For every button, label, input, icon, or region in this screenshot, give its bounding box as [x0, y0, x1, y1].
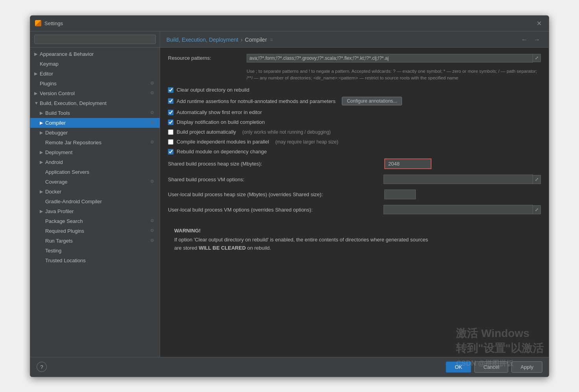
breadcrumb-parent[interactable]: Build, Execution, Deployment [166, 37, 238, 43]
sidebar-item-run-targets[interactable]: Run Targets⚙ [30, 236, 160, 246]
apply-button[interactable]: Apply [511, 361, 542, 373]
dialog-body: ▶Appearance & BehaviorKeymap▶EditorPlugi… [30, 31, 549, 357]
sidebar-item-plugins[interactable]: Plugins⚙ [30, 79, 160, 88]
debugger-arrow-icon: ▶ [40, 130, 45, 135]
sidebar-item-keymap[interactable]: Keymap [30, 59, 160, 69]
required-plugins-gear-icon: ⚙ [150, 228, 156, 234]
warning-body: If option 'Clear output directory on reb… [174, 236, 535, 252]
resource-patterns-expand-button[interactable]: ⤢ [533, 54, 541, 62]
sidebar-item-version-control[interactable]: ▶Version Control⚙ [30, 88, 160, 98]
checkbox-label-rebuild-on-change[interactable]: Rebuild module on dependency change [177, 149, 267, 155]
cancel-button[interactable]: Cancel [474, 361, 508, 373]
warning-title: WARNING! [174, 228, 535, 234]
sidebar-item-package-search[interactable]: Package Search⚙ [30, 216, 160, 226]
sidebar-item-deployment[interactable]: ▶Deployment [30, 147, 160, 157]
breadcrumb-separator: › [241, 37, 243, 43]
content-area: Build, Execution, Deployment › Compiler … [160, 31, 549, 357]
checkbox-label-build-automatically[interactable]: Build project automatically [177, 129, 236, 135]
sidebar-item-remote-jar[interactable]: Remote Jar Repositories⚙ [30, 138, 160, 147]
checkbox-clear-output[interactable] [168, 87, 173, 93]
local-vm-row: User-local build process VM options (ove… [168, 205, 541, 214]
help-button[interactable]: ? [37, 362, 47, 372]
editor-label: Editor [40, 71, 156, 77]
resource-patterns-input[interactable] [247, 54, 533, 63]
checkbox-label-display-notification[interactable]: Display notification on build completion [177, 119, 265, 125]
checkbox-rebuild-on-change[interactable] [168, 149, 173, 155]
nav-back-button[interactable]: ← [519, 35, 530, 44]
configure-annotations-button[interactable]: Configure annotations... [342, 97, 402, 105]
gradle-android-label: Gradle-Android Compiler [45, 199, 156, 204]
checkbox-label-add-assertions[interactable]: Add runtime assertions for notnull-annot… [177, 98, 336, 104]
checkbox-label-show-first-error[interactable]: Automatically show first error in editor [177, 109, 262, 115]
breadcrumb-menu-icon[interactable]: ≡ [270, 37, 273, 42]
build-tools-gear-icon: ⚙ [150, 110, 156, 116]
sidebar-item-editor[interactable]: ▶Editor [30, 69, 160, 79]
checkbox-row-clear-output: Clear output directory on rebuild [168, 87, 541, 93]
checkbox-note-compile-parallel: (may require larger heap size) [275, 139, 338, 145]
resource-patterns-row: Resource patterns: ⤢ [168, 54, 541, 63]
sidebar-item-java-profiler[interactable]: ▶Java Profiler [30, 206, 160, 216]
checkbox-build-automatically[interactable] [168, 129, 173, 135]
close-button[interactable]: ✕ [534, 19, 544, 28]
checkbox-row-rebuild-on-change: Rebuild module on dependency change [168, 149, 541, 155]
build-tools-label: Build Tools [45, 110, 150, 116]
checkbox-display-notification[interactable] [168, 120, 173, 125]
sidebar-item-coverage[interactable]: Coverage⚙ [30, 177, 160, 187]
shared-vm-expand-button[interactable]: ⤢ [533, 175, 541, 184]
local-vm-input-wrap: ⤢ [384, 205, 541, 214]
run-targets-gear-icon: ⚙ [150, 238, 156, 243]
local-heap-label: User-local build process heap size (Mbyt… [168, 191, 384, 197]
local-vm-expand-button[interactable]: ⤢ [533, 205, 541, 214]
checkbox-note-build-automatically: (only works while not running / debuggin… [242, 129, 331, 135]
sidebar-item-docker[interactable]: ▶Docker [30, 187, 160, 197]
local-vm-input[interactable] [384, 205, 533, 214]
java-profiler-label: Java Profiler [45, 208, 156, 214]
sidebar-item-debugger[interactable]: ▶Debugger [30, 128, 160, 138]
checkbox-add-assertions[interactable] [168, 98, 173, 104]
sidebar-item-gradle-android[interactable]: Gradle-Android Compiler [30, 197, 160, 206]
checkbox-show-first-error[interactable] [168, 110, 173, 115]
resource-patterns-hint: Use ; to separate patterns and ! to nega… [247, 68, 541, 82]
title-bar: Settings ✕ [30, 16, 549, 31]
editor-arrow-icon: ▶ [34, 71, 40, 76]
required-plugins-label: Required Plugins [45, 228, 150, 234]
app-icon [35, 20, 41, 26]
sidebar-item-app-servers[interactable]: Application Servers [30, 167, 160, 177]
nav-forward-button[interactable]: → [531, 35, 542, 44]
settings-dialog: Settings ✕ ▶Appearance & BehaviorKeymap▶… [30, 15, 549, 377]
compiler-gear-icon: ⚙ [150, 120, 156, 125]
build-execution-label: Build, Execution, Deployment [40, 100, 156, 106]
shared-vm-input[interactable] [384, 175, 533, 184]
shared-vm-label: Shared build process VM options: [168, 177, 384, 182]
testing-label: Testing [45, 248, 156, 254]
content-header: Build, Execution, Deployment › Compiler … [160, 31, 549, 48]
footer-buttons: OK Cancel Apply [446, 361, 542, 373]
sidebar-item-testing[interactable]: Testing [30, 246, 160, 256]
trusted-locations-label: Trusted Locations [45, 258, 156, 263]
dialog-title: Settings [44, 20, 534, 26]
package-search-gear-icon: ⚙ [150, 218, 156, 224]
sidebar-item-trusted-locations[interactable]: Trusted Locations [30, 256, 160, 265]
sidebar-tree: ▶Appearance & BehaviorKeymap▶EditorPlugi… [30, 48, 160, 357]
checkbox-label-compile-parallel[interactable]: Compile independent modules in parallel [177, 139, 269, 145]
sidebar-item-build-tools[interactable]: ▶Build Tools⚙ [30, 108, 160, 118]
nav-arrows: ← → [519, 35, 542, 44]
checkbox-row-build-automatically: Build project automatically(only works w… [168, 129, 541, 135]
sidebar-item-compiler[interactable]: ▶Compiler⚙ [30, 118, 160, 128]
sidebar-item-android[interactable]: ▶Android [30, 157, 160, 167]
checkbox-label-clear-output[interactable]: Clear output directory on rebuild [177, 87, 249, 93]
local-heap-input[interactable] [384, 190, 416, 199]
local-vm-label: User-local build process VM options (ove… [168, 207, 384, 213]
local-heap-row: User-local build process heap size (Mbyt… [168, 190, 541, 199]
shared-heap-input[interactable] [384, 158, 431, 169]
warning-box: WARNING! If option 'Clear output directo… [168, 222, 541, 258]
debugger-label: Debugger [45, 130, 156, 136]
checkbox-row-add-assertions: Add runtime assertions for notnull-annot… [168, 97, 541, 105]
ok-button[interactable]: OK [446, 361, 471, 373]
sidebar-item-build-execution[interactable]: ▼Build, Execution, Deployment [30, 98, 160, 108]
sidebar-item-appearance[interactable]: ▶Appearance & Behavior [30, 49, 160, 59]
checkbox-compile-parallel[interactable] [168, 139, 173, 145]
search-input[interactable] [34, 35, 156, 44]
sidebar-item-required-plugins[interactable]: Required Plugins⚙ [30, 226, 160, 236]
coverage-gear-icon: ⚙ [150, 179, 156, 184]
